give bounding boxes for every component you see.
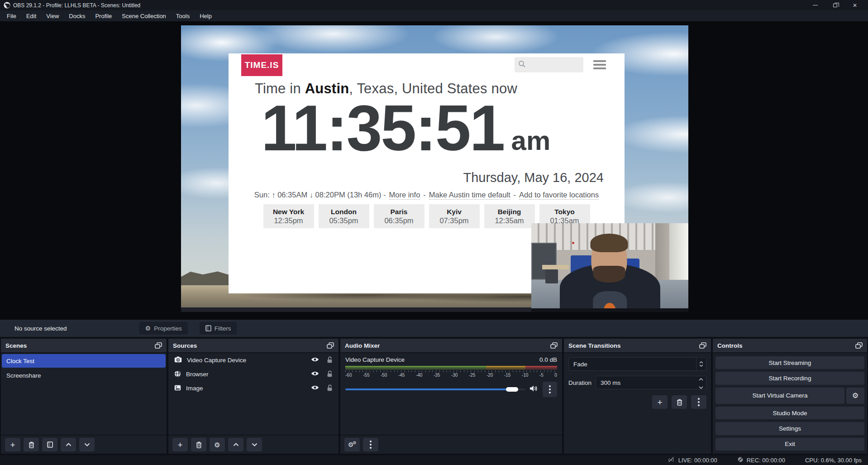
more-info-link[interactable]: More info [389, 191, 420, 200]
world-clock-london[interactable]: London05:35pm [319, 204, 369, 228]
world-clock-kyiv[interactable]: Kyiv07:35pm [429, 204, 480, 228]
source-item-video-capture[interactable]: Video Capture Device [168, 353, 339, 367]
meter-tick-marks [345, 370, 557, 372]
add-source-button[interactable]: + [172, 438, 188, 451]
volume-meter: -60-55-50-45-40-35-30-25-20-15-10-50 [345, 366, 557, 378]
menu-scene-collection[interactable]: Scene Collection [117, 10, 171, 21]
link-separator: - [514, 191, 516, 200]
start-streaming-button[interactable]: Start Streaming [715, 356, 864, 369]
close-button[interactable]: ✕ [848, 1, 862, 10]
add-transition-button[interactable]: + [652, 395, 668, 409]
maximize-button[interactable] [828, 1, 842, 10]
menu-edit[interactable]: Edit [21, 10, 41, 21]
scenes-header: Scenes [1, 339, 167, 353]
start-virtual-camera-button[interactable]: Start Virtual Camera [715, 388, 844, 404]
selection-status: No source selected [14, 325, 67, 332]
popout-icon[interactable] [855, 342, 863, 349]
move-scene-down-button[interactable] [79, 438, 95, 451]
spin-up-icon[interactable] [699, 375, 703, 382]
clock-time: 11:35:51 [261, 93, 504, 163]
add-favorite-link[interactable]: Add to favorite locations [519, 191, 599, 200]
transition-select[interactable]: Fade [568, 357, 706, 371]
menu-tools[interactable]: Tools [171, 10, 195, 21]
lock-open-icon[interactable] [327, 370, 333, 379]
settings-button[interactable]: Settings [715, 422, 864, 435]
menu-docks[interactable]: Docks [64, 10, 90, 21]
lock-open-icon[interactable] [327, 356, 333, 364]
add-scene-button[interactable]: + [5, 438, 20, 451]
move-source-up-button[interactable] [228, 438, 243, 451]
menu-file[interactable]: File [2, 10, 21, 21]
volume-slider-handle[interactable] [506, 387, 518, 392]
volume-slider[interactable] [345, 387, 525, 392]
record-inactive-icon [737, 456, 744, 464]
preview-canvas[interactable]: TIME.IS Time in Austin, Texas, United St… [181, 25, 688, 312]
visibility-eye-icon[interactable] [311, 371, 319, 378]
close-icon: ✕ [853, 3, 857, 8]
timeis-logo[interactable]: TIME.IS [241, 54, 282, 76]
make-default-link[interactable]: Make Austin time default [429, 191, 510, 200]
remove-transition-button[interactable] [672, 395, 687, 409]
transition-options-button[interactable] [691, 395, 706, 409]
cpu-status: CPU: 0.6%, 30.00 fps [805, 457, 862, 464]
popout-icon[interactable] [699, 342, 706, 349]
image-icon [174, 385, 181, 392]
scene-item-screenshare[interactable]: Screenshare [2, 369, 166, 382]
duration-input[interactable]: 300 ms [596, 376, 706, 389]
webcam-source [531, 223, 688, 312]
workspace: TIME.IS Time in Austin, Texas, United St… [0, 21, 868, 320]
obs-logo-icon [4, 2, 10, 9]
mixer-menu-button[interactable] [363, 438, 378, 451]
spin-down-icon[interactable] [699, 384, 703, 390]
camera-icon [174, 356, 182, 364]
scene-filters-button[interactable] [42, 438, 57, 451]
audio-mixer-header: Audio Mixer [340, 339, 562, 353]
status-bar: LIVE: 00:00:00 REC: 00:00:00 CPU: 0.6%, … [0, 455, 868, 465]
source-item-browser[interactable]: Browser [168, 367, 339, 381]
sources-header: Sources [168, 339, 339, 353]
world-clock-paris[interactable]: Paris06:35pm [374, 204, 424, 228]
virtual-camera-settings-button[interactable]: ⚙ [846, 388, 864, 404]
menu-profile[interactable]: Profile [90, 10, 117, 21]
person-hair [590, 234, 628, 252]
filters-button[interactable]: Filters [200, 322, 237, 335]
menu-help[interactable]: Help [195, 10, 217, 21]
move-scene-up-button[interactable] [61, 438, 76, 451]
dock-area: Scenes Clock Test Screenshare + [0, 337, 868, 455]
source-properties-button[interactable]: ⚙ [210, 438, 225, 451]
popout-icon[interactable] [327, 342, 334, 349]
menu-view[interactable]: View [41, 10, 64, 21]
mixer-options-button[interactable] [543, 382, 557, 397]
meter-bar-right [345, 368, 557, 369]
speaker-icon[interactable] [529, 385, 538, 394]
live-status: LIVE: 00:00:00 [667, 456, 717, 464]
remove-scene-button[interactable] [24, 438, 39, 451]
restore-icon [833, 4, 837, 7]
visibility-eye-icon[interactable] [311, 357, 319, 364]
mixer-channel: Video Capture Device 0.0 dB -60-55-50-45… [340, 353, 562, 435]
world-clock-newyork[interactable]: New York12:35pm [263, 204, 314, 228]
minimize-button[interactable] [808, 1, 822, 10]
hamburger-menu-icon[interactable] [593, 59, 607, 71]
controls-header: Controls [713, 339, 867, 353]
popout-icon[interactable] [155, 342, 162, 349]
world-clock-beijing[interactable]: Beijing12:35am [484, 204, 535, 228]
lock-open-icon[interactable] [327, 384, 333, 393]
advanced-audio-button[interactable]: ⚙⚙ [344, 438, 360, 451]
title-bar: OBS 29.1.2 - Profile: LLHLS BETA - Scene… [0, 0, 868, 10]
studio-mode-button[interactable]: Studio Mode [715, 407, 864, 419]
meter-scale-labels: -60-55-50-45-40-35-30-25-20-15-10-50 [345, 373, 557, 378]
current-date: Thursday, May 16, 2024 [463, 170, 604, 185]
exit-button[interactable]: Exit [715, 438, 864, 451]
remove-source-button[interactable] [191, 438, 206, 451]
move-source-down-button[interactable] [247, 438, 262, 451]
visibility-eye-icon[interactable] [311, 385, 319, 392]
source-item-image[interactable]: Image [168, 381, 339, 395]
search-input[interactable] [515, 57, 583, 72]
popout-icon[interactable] [550, 342, 558, 349]
scene-item-clock-test[interactable]: Clock Test [2, 354, 166, 368]
audio-mixer-panel: Audio Mixer Video Capture Device 0.0 dB … [340, 339, 562, 454]
scenes-panel: Scenes Clock Test Screenshare + [1, 339, 167, 454]
properties-button[interactable]: ⚙ Properties [139, 322, 188, 335]
start-recording-button[interactable]: Start Recording [715, 372, 864, 384]
